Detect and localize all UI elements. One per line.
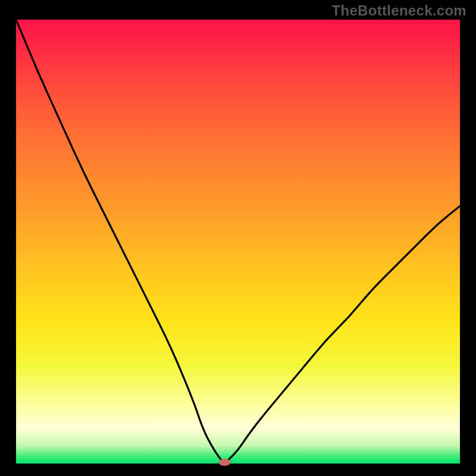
minimum-marker <box>219 459 231 466</box>
curve-layer <box>16 20 460 464</box>
chart-frame: TheBottleneck.com <box>0 0 476 476</box>
plot-area <box>16 20 460 464</box>
watermark-text: TheBottleneck.com <box>332 2 466 19</box>
bottleneck-curve <box>16 20 460 462</box>
